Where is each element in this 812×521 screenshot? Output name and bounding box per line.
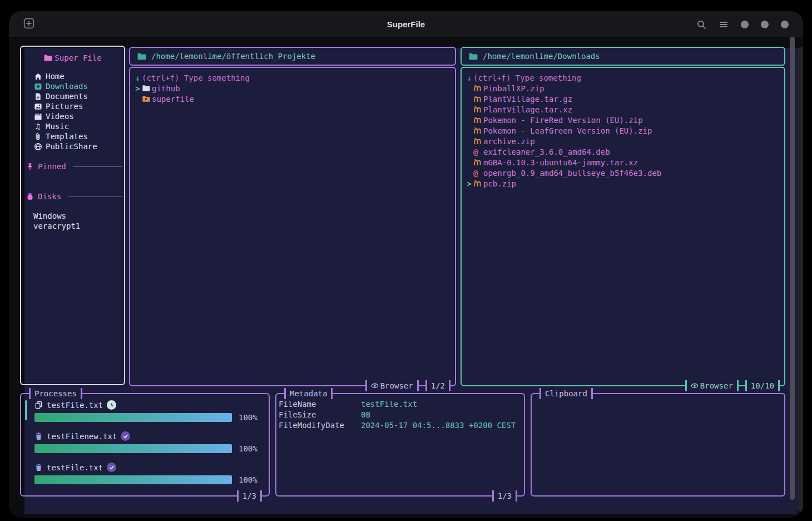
trash-icon	[34, 463, 43, 471]
progress-percent: 100%	[239, 444, 262, 453]
scrollbar-thumb[interactable]	[790, 37, 795, 500]
metadata-value: 0B	[361, 410, 370, 421]
metadata-key: FileName	[279, 400, 361, 410]
titlebar: SuperFile	[9, 11, 803, 38]
folder-icon	[468, 52, 478, 61]
archive-file-icon	[473, 137, 483, 145]
sidebar-item-documents[interactable]: Documents	[21, 91, 124, 101]
panel-title-label: Clipboard	[545, 389, 587, 398]
sidebar-item-label: Videos	[46, 112, 74, 121]
archive-file-icon	[473, 126, 483, 135]
file-search[interactable]: ↓ (ctrl+f) Type something	[133, 72, 452, 83]
superfile-app: SuperFile	[0, 0, 812, 521]
file-name: Pokemon - FireRed Version (EU).zip	[483, 116, 643, 125]
sidebar-item-videos[interactable]: Videos	[21, 111, 124, 121]
process-item[interactable]: testFilenew.txt 100%	[21, 431, 262, 453]
panel-mode-label: Browser	[700, 381, 733, 390]
scrollbar-track[interactable]	[798, 47, 803, 512]
window-control-minimize[interactable]	[741, 21, 749, 28]
file-row[interactable]: > @ exifcleaner_3.6.0_amd64.deb	[465, 146, 781, 157]
sidebar-item-home[interactable]: Home	[21, 71, 124, 81]
file-search[interactable]: ↓ (ctrl+f) Type something	[465, 72, 781, 83]
panel-title-label: Processes	[34, 389, 77, 398]
deb-package-icon: @	[473, 169, 483, 178]
process-file-name: testFilenew.txt	[47, 432, 117, 441]
file-row[interactable]: > PinballXP.zip	[465, 83, 781, 94]
sidebar-title-label: Super File	[55, 53, 101, 62]
pin-icon	[26, 163, 34, 170]
sidebar-item-downloads[interactable]: Downloads	[21, 81, 124, 91]
file-row[interactable]: > mGBA-0.10.3-ubuntu64-jammy.tar.xz	[465, 157, 781, 168]
file-name: PinballXP.zip	[483, 84, 544, 93]
process-item[interactable]: testFile.txt 100%	[21, 400, 262, 422]
panel-title-label: Metadata	[290, 389, 327, 398]
check-badge-icon	[121, 431, 130, 441]
search-button[interactable]	[696, 19, 706, 30]
process-item[interactable]: testFile.txt 100%	[21, 462, 262, 484]
disk-item-veracrypt1[interactable]: veracrypt1	[21, 222, 124, 232]
file-row[interactable]: > Pokemon - FireRed Version (EU).zip	[465, 115, 781, 125]
archive-file-icon	[473, 158, 483, 166]
file-row[interactable]: > pcb.zip	[465, 178, 781, 189]
metadata-value: 2024-05-17 04:5...8833 +0200 CEST	[361, 421, 516, 431]
titlebar-controls	[696, 11, 789, 38]
file-row[interactable]: > @ openrgb_0.9_amd64_bullseye_b5f46e3.d…	[465, 168, 781, 178]
metadata-title-tag: Metadata	[284, 388, 333, 399]
sidebar-item-templates[interactable]: Templates	[21, 131, 124, 141]
copy-icon	[34, 401, 43, 409]
menu-button[interactable]	[719, 19, 729, 30]
eye-icon	[371, 382, 379, 390]
video-icon	[33, 112, 42, 121]
metadata-row: FileSize 0B	[279, 410, 519, 421]
file-row[interactable]: > archive.zip	[465, 136, 781, 146]
picture-icon	[33, 102, 42, 111]
download-icon	[33, 82, 42, 91]
metadata-page-tag: 1/3	[492, 490, 517, 502]
process-file-name: testFile.txt	[47, 401, 103, 410]
panel-mode-label: Browser	[380, 381, 413, 390]
disk-item-windows[interactable]: Windows	[21, 212, 124, 222]
file-row[interactable]: > PlantVillage.tar.xz	[465, 104, 781, 115]
left-panel-footer: Browser 1/2	[365, 380, 450, 391]
file-row[interactable]: > PlantVillage.tar.gz	[465, 94, 781, 104]
processes-page-tag: 1/3	[237, 490, 262, 502]
archive-file-icon	[473, 116, 483, 124]
sidebar: Super File Home Downloads Documents Pict…	[20, 46, 125, 385]
current-path: /home/lemonlime/öffentlich_Projekte	[151, 52, 315, 61]
section-label: Pinned	[38, 162, 66, 171]
deb-package-icon: @	[473, 148, 483, 156]
selection-cursor-icon: >	[133, 84, 142, 93]
panel-page-label: 10/10	[751, 381, 774, 390]
right-file-panel: ↓ (ctrl+f) Type something > PinballXP.zi…	[461, 67, 785, 386]
sidebar-item-music[interactable]: ♫ Music	[21, 121, 124, 131]
arrow-down-icon: ↓	[133, 73, 142, 82]
file-name: PlantVillage.tar.gz	[483, 95, 572, 104]
file-row[interactable]: > superfile	[133, 94, 452, 104]
file-name: pcb.zip	[483, 179, 516, 188]
panel-mode-tag: Browser	[365, 380, 419, 391]
panel-page-label: 1/2	[431, 381, 445, 390]
folder-icon	[137, 52, 146, 61]
clock-badge-icon	[107, 400, 116, 410]
sidebar-item-label: Pictures	[46, 102, 83, 111]
right-panel-path-bar: /home/lemonlime/Downloads	[461, 47, 785, 66]
sidebar-item-label: Documents	[46, 92, 88, 101]
folder-icon	[142, 84, 152, 92]
home-icon	[33, 72, 42, 81]
eye-icon	[691, 382, 699, 390]
folder-star-icon	[142, 95, 152, 103]
window-control-close[interactable]	[781, 21, 789, 28]
file-name: Pokemon - LeafGreen Version (EU).zip	[483, 126, 652, 135]
window-control-maximize[interactable]	[761, 21, 769, 28]
progress-percent: 100%	[239, 413, 262, 422]
archive-file-icon	[473, 84, 483, 92]
file-row[interactable]: > github	[133, 83, 452, 94]
sidebar-item-label: PublicShare	[46, 142, 97, 151]
sidebar-item-label: Templates	[46, 132, 88, 141]
sidebar-item-pictures[interactable]: Pictures	[21, 101, 124, 111]
process-file-name: testFile.txt	[47, 463, 103, 472]
sidebar-item-publicshare[interactable]: PublicShare	[21, 141, 124, 151]
trash-icon	[34, 432, 43, 440]
sidebar-section-pinned: Pinned	[21, 161, 124, 171]
file-row[interactable]: > Pokemon - LeafGreen Version (EU).zip	[465, 125, 781, 136]
